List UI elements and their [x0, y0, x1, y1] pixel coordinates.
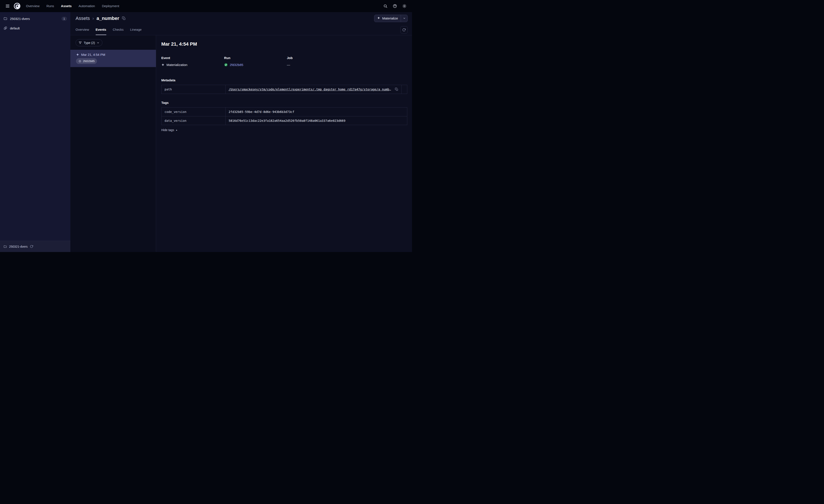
tag-value: 2fd32b85-59be-4d7d-8d6e-943b6b3d73cf: [229, 110, 294, 114]
event-run-pill[interactable]: 2fd32b85: [76, 58, 97, 64]
chevron-down-icon[interactable]: [401, 15, 407, 22]
tags-table: code_version 2fd32b85-59be-4d7d-8d6e-943…: [161, 107, 407, 125]
topnav-actions: [381, 2, 409, 10]
metadata-table: path /Users/smackesey/stm/code/elementl/…: [161, 85, 407, 94]
table-row: data_version 5816d76e51c13dac22e3fa182a6…: [162, 116, 407, 125]
tab-events[interactable]: Events: [96, 24, 106, 35]
reload-icon[interactable]: [30, 245, 33, 248]
tag-key: code_version: [162, 108, 226, 116]
event-summary: Event Materialization: [161, 56, 407, 67]
breadcrumb-separator: ›: [92, 16, 94, 21]
tag-key: data_version: [162, 116, 226, 125]
sidebar-item-default[interactable]: default: [0, 23, 70, 33]
asset-header: Assets › a_number: [70, 12, 412, 24]
event-timestamp: Mar 21, 4:54 PM: [81, 53, 105, 56]
search-icon[interactable]: [381, 2, 390, 10]
chevron-down-icon: [97, 41, 99, 44]
metadata-key: path: [162, 85, 226, 94]
event-type-value: Materialization: [167, 63, 188, 67]
tags-section-title: Tags: [161, 101, 407, 105]
folder-icon: [3, 17, 7, 20]
materialize-button-label: Materialize: [382, 16, 398, 20]
event-run-id: 2fd32b85: [83, 59, 95, 63]
metadata-section-title: Metadata: [161, 78, 407, 82]
hide-tags-label: Hide tags: [161, 128, 174, 132]
event-list-item[interactable]: Mar 21, 4:54 PM 2fd32b85: [70, 50, 156, 67]
sidebar-item-250321-dvers[interactable]: 250321-dvers 1: [0, 14, 70, 23]
tab-label: Events: [96, 28, 106, 31]
gear-icon[interactable]: [400, 2, 409, 10]
tab-overview[interactable]: Overview: [76, 24, 89, 35]
nav-item-automation[interactable]: Automation: [79, 0, 95, 12]
events-list-panel: Type (2): [70, 35, 156, 252]
code-location-footer: 250321-dvers: [0, 241, 70, 252]
copy-icon[interactable]: [395, 88, 398, 91]
materialization-star-icon: [76, 53, 79, 56]
asset-tabs: Overview Events Checks Lineage: [70, 24, 412, 35]
asset-group-icon: [3, 26, 7, 30]
event-detail-title: Mar 21, 4:54 PM: [161, 41, 407, 47]
tab-checks[interactable]: Checks: [113, 24, 124, 35]
nav-item-runs[interactable]: Runs: [46, 0, 54, 12]
materialize-button: Materialize: [374, 15, 408, 22]
caret-up-icon: ▲: [176, 129, 178, 131]
filter-bar: Type (2): [70, 35, 156, 50]
job-value: —: [287, 63, 290, 67]
filter-button-label: Type (2): [84, 41, 95, 44]
filter-icon: [79, 41, 82, 44]
tab-label: Lineage: [130, 28, 141, 31]
hide-tags-button[interactable]: Hide tags ▲: [161, 128, 178, 132]
help-icon[interactable]: [391, 2, 399, 10]
copy-icon[interactable]: [122, 16, 126, 20]
nav-item-overview[interactable]: Overview: [26, 0, 39, 12]
materialize-button-main[interactable]: Materialize: [374, 15, 401, 22]
sidebar-item-label: 250321-dvers: [10, 17, 30, 20]
nav-item-assets[interactable]: Assets: [61, 0, 72, 12]
check-circle-icon: [224, 63, 228, 67]
materialize-icon: [377, 16, 380, 20]
table-cell-spacer: [401, 85, 407, 94]
asset-groups-sidebar: 250321-dvers 1 default 250321: [0, 12, 70, 252]
metadata-path-link[interactable]: /Users/smackesey/stm/code/elementl/exper…: [229, 88, 393, 91]
job-label: Job: [287, 56, 350, 60]
folder-icon: [3, 245, 7, 248]
code-location-label: 250321-dvers: [9, 245, 28, 248]
breadcrumb-assets-link[interactable]: Assets: [76, 16, 90, 21]
table-row: path /Users/smackesey/stm/code/elementl/…: [162, 85, 407, 94]
dagster-app: Overview Runs Assets Automation Deployme…: [0, 0, 412, 252]
tab-label: Overview: [76, 28, 89, 31]
run-id-link[interactable]: 2fd32b85: [230, 63, 243, 67]
nav-item-deployment[interactable]: Deployment: [102, 0, 119, 12]
refresh-icon[interactable]: [400, 26, 408, 33]
run-target-icon: [78, 60, 81, 63]
table-row: code_version 2fd32b85-59be-4d7d-8d6e-943…: [162, 108, 407, 116]
tab-label: Checks: [113, 28, 124, 31]
tag-value: 5816d76e51c13dac22e3fa182a654aa2d526fb50…: [229, 119, 345, 122]
top-nav: Overview Runs Assets Automation Deployme…: [0, 0, 412, 12]
hamburger-icon[interactable]: [3, 2, 12, 10]
dagster-logo[interactable]: [13, 2, 22, 11]
primary-nav: Overview Runs Assets Automation Deployme…: [26, 0, 119, 12]
materialization-star-icon: [161, 63, 165, 67]
type-filter-button[interactable]: Type (2): [76, 39, 102, 46]
tab-lineage[interactable]: Lineage: [130, 24, 141, 35]
event-label: Event: [161, 56, 224, 60]
sidebar-item-label: default: [10, 26, 20, 30]
event-detail-panel: Mar 21, 4:54 PM Event Materialization: [156, 35, 412, 252]
page-title: a_number: [97, 16, 119, 21]
asset-count-badge: 1: [62, 17, 67, 21]
run-label: Run: [224, 56, 287, 60]
